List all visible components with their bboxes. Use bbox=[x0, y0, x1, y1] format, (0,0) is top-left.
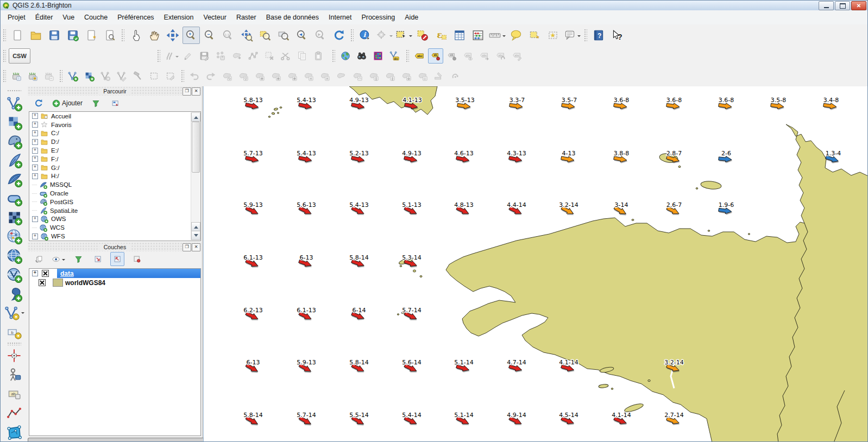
measure-button[interactable] bbox=[488, 27, 506, 44]
zoom-next-button[interactable]: ▸ bbox=[312, 27, 329, 44]
grass-close-mapset-button[interactable]: − bbox=[41, 68, 56, 84]
split-parts-button[interactable]: ∦ bbox=[382, 68, 398, 84]
grass-open-mapset-button[interactable]: ↑ bbox=[9, 68, 24, 84]
add-feature-button[interactable]: * bbox=[213, 48, 228, 64]
pan-to-selection-button[interactable] bbox=[164, 27, 181, 44]
layer-labeling-options-button[interactable]: abc bbox=[412, 48, 427, 64]
add-vector-layer-button[interactable] bbox=[3, 94, 25, 112]
browser-item-h[interactable]: +H:/ bbox=[29, 172, 200, 181]
evis-plugin-button[interactable]: ab bbox=[3, 385, 25, 403]
paste-features-button[interactable] bbox=[311, 48, 326, 64]
expand-icon[interactable]: + bbox=[32, 156, 38, 162]
help-contents-button[interactable]: ? bbox=[590, 27, 607, 44]
touch-zoom-button[interactable] bbox=[127, 27, 144, 44]
scroll-up2-button[interactable] bbox=[191, 222, 200, 231]
add-mssql-layer-button[interactable] bbox=[3, 171, 25, 188]
expand-icon[interactable]: + bbox=[32, 122, 38, 128]
save-project-as-button[interactable] bbox=[64, 27, 81, 44]
zoom-in-button[interactable]: + bbox=[183, 27, 200, 44]
browser-item-ows[interactable]: +OWS bbox=[29, 215, 200, 224]
menu-raster[interactable]: Raster bbox=[231, 11, 261, 23]
add-wms-layer-button[interactable] bbox=[3, 228, 25, 245]
cut-features-button[interactable] bbox=[278, 48, 293, 64]
toolbar-grip[interactable] bbox=[121, 29, 124, 42]
add-oracle-georaster-layer-button[interactable] bbox=[3, 209, 25, 226]
search-plugin-button[interactable] bbox=[354, 48, 369, 64]
toolbar-grip[interactable] bbox=[332, 49, 335, 62]
undo-button[interactable] bbox=[187, 68, 202, 84]
expand-icon[interactable]: + bbox=[32, 233, 38, 239]
minimize-button[interactable] bbox=[819, 1, 834, 10]
new-spatialite-layer-button[interactable]: b bbox=[3, 323, 25, 340]
add-delimited-text-layer-button[interactable] bbox=[3, 285, 25, 302]
zoom-out-button[interactable]: − bbox=[201, 27, 218, 44]
browser-item-wcs[interactable]: WCS bbox=[29, 223, 200, 232]
expand-icon[interactable]: + bbox=[32, 148, 38, 154]
map-tips-button[interactable] bbox=[507, 27, 525, 44]
menu--diter[interactable]: Éditer bbox=[30, 11, 58, 23]
rotate-feature-button[interactable]: ↻ bbox=[219, 68, 235, 84]
browser-item-favoris[interactable]: +Favoris bbox=[29, 121, 200, 129]
offset-curve-button[interactable]: ◠ bbox=[350, 68, 365, 84]
save-project-button[interactable] bbox=[46, 27, 63, 44]
toolbar-grip[interactable] bbox=[350, 29, 354, 42]
toolbar-grip[interactable] bbox=[157, 49, 160, 62]
remove-layer-group-button[interactable] bbox=[130, 252, 144, 266]
add-raster-layer-button[interactable] bbox=[3, 113, 25, 131]
simplify-feature-button[interactable]: ▽ bbox=[236, 68, 251, 84]
edit-grass-vector-button[interactable] bbox=[114, 68, 129, 84]
show-statistics-button[interactable] bbox=[469, 27, 487, 44]
add-wfs-layer-button[interactable] bbox=[3, 266, 25, 283]
merge-attributes-button[interactable]: ≡ bbox=[415, 68, 430, 84]
split-features-button[interactable]: ∥ bbox=[366, 68, 381, 84]
merge-features-button[interactable]: ⊕ bbox=[399, 68, 414, 84]
menu-aide[interactable]: Aide bbox=[400, 11, 423, 23]
browser-panel-close-button[interactable]: ✕ bbox=[192, 87, 200, 96]
coordinate-capture-button[interactable] bbox=[3, 347, 25, 365]
refresh-map-button[interactable] bbox=[330, 27, 348, 44]
layer-name[interactable]: worldWGS84 bbox=[65, 279, 105, 287]
grass-new-mapset-button[interactable]: ✱ bbox=[25, 68, 40, 84]
delete-selected-button[interactable] bbox=[262, 48, 277, 64]
reshape-features-button[interactable] bbox=[334, 68, 349, 84]
toolbar-grip[interactable] bbox=[406, 49, 409, 62]
menu-base-de-donn-es[interactable]: Base de données bbox=[261, 11, 324, 23]
add-grass-raster-layer-button[interactable] bbox=[81, 68, 97, 84]
toolbar-grip[interactable] bbox=[3, 70, 6, 83]
new-bookmark-button[interactable]: * bbox=[526, 27, 543, 44]
pin-unpin-labels-button[interactable]: ab bbox=[444, 48, 460, 64]
layer-row-worldWGS84[interactable]: worldWGS84 bbox=[29, 278, 200, 287]
add-part-button[interactable]: ✱ bbox=[268, 68, 284, 84]
quickmap-plugin-button[interactable] bbox=[370, 48, 386, 64]
menu-internet[interactable]: Internet bbox=[324, 11, 356, 23]
toolbar-grip[interactable] bbox=[7, 90, 21, 92]
text-annotation-button[interactable] bbox=[563, 27, 581, 44]
rotate-point-symbols-button[interactable] bbox=[448, 68, 463, 84]
browser-item-c[interactable]: +C:/ bbox=[29, 129, 200, 138]
offset-point-symbol-button[interactable] bbox=[431, 68, 446, 84]
menu-vecteur[interactable]: Vecteur bbox=[199, 11, 231, 23]
current-edits-button[interactable] bbox=[163, 48, 179, 64]
select-features-button[interactable] bbox=[394, 27, 413, 44]
add-wcs-layer-button[interactable] bbox=[3, 247, 25, 264]
display-current-region-button[interactable] bbox=[147, 68, 162, 84]
menu-processing[interactable]: Processing bbox=[356, 11, 400, 23]
menu-vue[interactable]: Vue bbox=[58, 11, 79, 23]
zoom-full-button[interactable] bbox=[238, 27, 255, 44]
show-bookmarks-button[interactable]: ★ bbox=[544, 27, 562, 44]
add-ring-button[interactable]: ✱ bbox=[252, 68, 267, 84]
new-shapefile-layer-button[interactable] bbox=[3, 304, 25, 321]
layer-selection[interactable]: data bbox=[57, 269, 200, 278]
menu-projet[interactable]: Projet bbox=[3, 11, 30, 23]
browser-properties-button[interactable] bbox=[108, 96, 122, 110]
redo-button[interactable] bbox=[203, 68, 218, 84]
fill-ring-button[interactable]: ✱ bbox=[285, 68, 300, 84]
layer-checkbox[interactable] bbox=[42, 270, 49, 277]
layers-panel-float-button[interactable]: ❐ bbox=[183, 243, 191, 251]
scroll-thumb[interactable] bbox=[192, 122, 200, 173]
expand-icon[interactable]: + bbox=[32, 173, 38, 179]
interpolation-plugin-button[interactable] bbox=[3, 404, 25, 422]
zoom-last-button[interactable]: ◂ bbox=[293, 27, 311, 44]
edit-current-region-button[interactable] bbox=[163, 68, 178, 84]
identify-features-button[interactable]: i bbox=[356, 27, 374, 44]
